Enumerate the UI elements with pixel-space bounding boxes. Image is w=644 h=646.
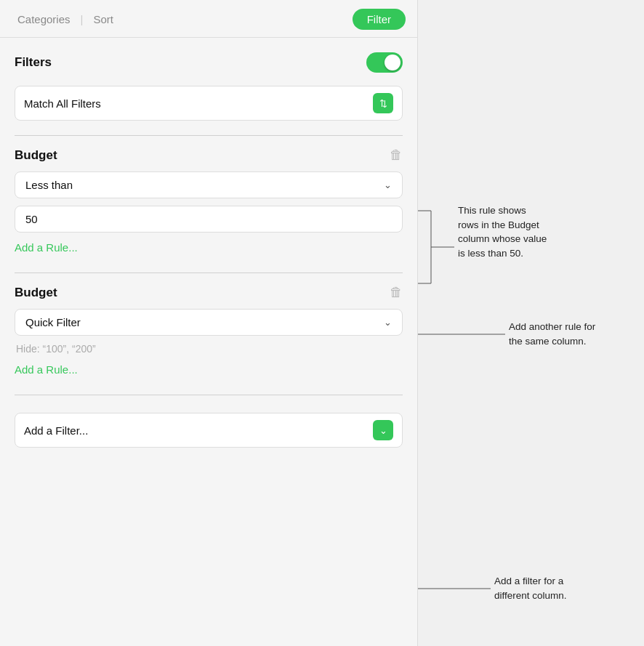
tab-sort[interactable]: Sort bbox=[87, 10, 119, 28]
trash-icon-1[interactable]: 🗑 bbox=[390, 148, 403, 163]
filters-header: Filters bbox=[15, 52, 403, 73]
updown-arrows-icon: ⇅ bbox=[379, 98, 387, 109]
tab-bar: Categories | Sort Filter bbox=[0, 0, 417, 38]
divider-2 bbox=[15, 272, 403, 273]
filter-content: Filters Match All Filters ⇅ Budget 🗑 Les… bbox=[0, 38, 417, 462]
add-rule-link-1[interactable]: Add a Rule... bbox=[15, 241, 78, 254]
add-filter-label: Add a Filter... bbox=[24, 424, 88, 437]
chevron-down-icon-add-filter: ⌄ bbox=[379, 425, 387, 436]
chevron-down-icon-2: ⌄ bbox=[384, 317, 392, 328]
divider-1 bbox=[15, 135, 403, 136]
match-dropdown-label: Match All Filters bbox=[24, 97, 101, 110]
condition-dropdown-1[interactable]: Less than ⌄ bbox=[15, 171, 403, 198]
filters-title: Filters bbox=[15, 55, 52, 70]
add-filter-button[interactable]: ⌄ bbox=[373, 420, 393, 440]
match-all-filters-dropdown[interactable]: Match All Filters ⇅ bbox=[15, 86, 403, 121]
annotation-lines bbox=[418, 0, 644, 646]
annotations-overlay: This rule shows rows in the Budget colum… bbox=[418, 0, 644, 646]
rule-callout: This rule shows rows in the Budget colum… bbox=[458, 203, 632, 260]
budget-value-input-1[interactable] bbox=[15, 206, 403, 233]
budget-title-2: Budget bbox=[15, 286, 57, 300]
budget-section-2: Budget 🗑 Quick Filter ⌄ Hide: “100”, “20… bbox=[15, 285, 403, 387]
condition-dropdown-2[interactable]: Quick Filter ⌄ bbox=[15, 309, 403, 336]
budget-header-1: Budget 🗑 bbox=[15, 148, 403, 163]
add-filter-callout: Add a filter for a different column. bbox=[494, 574, 640, 602]
trash-icon-2[interactable]: 🗑 bbox=[390, 285, 403, 300]
quick-filter-hint: Hide: “100”, “200” bbox=[15, 343, 403, 355]
add-filter-row[interactable]: Add a Filter... ⌄ bbox=[15, 413, 403, 448]
budget-section-1: Budget 🗑 Less than ⌄ Add a Rule... bbox=[15, 148, 403, 265]
add-rule-link-2[interactable]: Add a Rule... bbox=[15, 363, 78, 376]
add-rule-callout: Add another rule for the same column. bbox=[509, 320, 644, 348]
tab-filter[interactable]: Filter bbox=[353, 9, 406, 30]
tab-categories[interactable]: Categories bbox=[12, 10, 76, 28]
match-dropdown-icon: ⇅ bbox=[373, 93, 393, 113]
divider-3 bbox=[15, 395, 403, 395]
filters-toggle[interactable] bbox=[366, 52, 403, 73]
budget-title-1: Budget bbox=[15, 148, 57, 163]
condition-label-1: Less than bbox=[25, 179, 73, 191]
condition-label-2: Quick Filter bbox=[25, 316, 81, 328]
chevron-down-icon-1: ⌄ bbox=[384, 179, 392, 190]
budget-header-2: Budget 🗑 bbox=[15, 285, 403, 300]
tab-divider: | bbox=[81, 13, 84, 25]
toggle-knob bbox=[385, 54, 401, 70]
